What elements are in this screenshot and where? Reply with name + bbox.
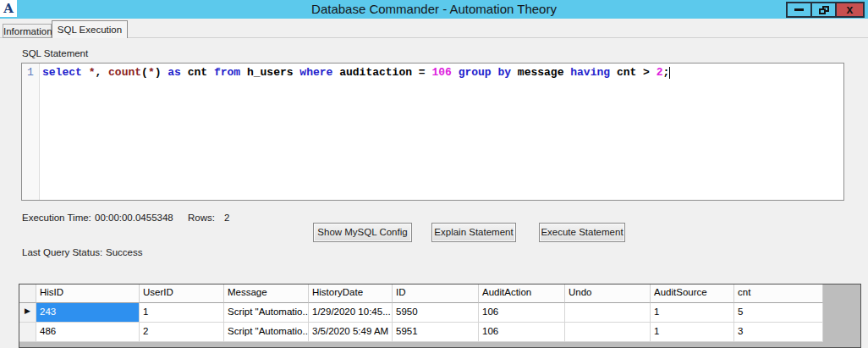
explain-statement-button[interactable]: Explain Statement <box>431 223 516 242</box>
sql-token <box>82 66 89 79</box>
execution-time-label: Execution Time: <box>22 213 91 223</box>
restore-icon <box>819 6 829 14</box>
grid-cell[interactable] <box>565 303 651 323</box>
sql-statement-label: SQL Statement <box>22 48 88 58</box>
sql-token: 2 <box>656 66 663 79</box>
window-controls: x <box>786 2 865 18</box>
minimize-button[interactable] <box>786 2 812 18</box>
grid-header-row: HisIDUserIDMessageHistoryDateIDAuditActi… <box>19 284 860 303</box>
sql-token: message <box>511 66 570 79</box>
grid-cell[interactable]: 3 <box>734 323 823 342</box>
app-logo-icon[interactable]: A <box>0 0 17 17</box>
rows-value: 2 <box>224 213 229 223</box>
sql-token: 106 <box>431 66 451 79</box>
tabstrip-divider <box>0 37 868 38</box>
grid-cell[interactable]: 1 <box>140 303 224 323</box>
close-button[interactable]: x <box>835 2 865 18</box>
grid-cell[interactable]: 3/5/2020 5:49 AM <box>309 323 393 342</box>
sql-token: cnt > <box>610 66 656 79</box>
grid-column-header[interactable]: HisID <box>36 284 140 303</box>
sql-token: ( <box>141 66 148 79</box>
sql-token: ; <box>663 66 670 79</box>
tab-sql-execution[interactable]: SQL Execution <box>52 20 128 38</box>
sql-token: where <box>299 66 332 79</box>
grid-column-header[interactable]: HistoryDate <box>309 284 393 303</box>
grid-cell[interactable]: 106 <box>479 323 565 342</box>
app-window: Database Commander - Automation Theory A… <box>0 0 868 348</box>
grid-column-header[interactable]: cnt <box>734 284 823 303</box>
sql-token: ) <box>155 66 168 79</box>
close-icon: x <box>847 3 854 15</box>
grid-cell[interactable]: Script "Automatio... <box>224 303 309 323</box>
table-row: 4862Script "Automatio...3/5/2020 5:49 AM… <box>19 323 860 342</box>
restore-button[interactable] <box>810 2 837 18</box>
grid-column-header[interactable]: Undo <box>565 284 651 303</box>
grid-corner-cell[interactable] <box>19 284 36 303</box>
rows-label: Rows: <box>188 213 215 223</box>
results-grid: HisIDUserIDMessageHistoryDateIDAuditActi… <box>19 284 861 348</box>
editor-line-number: 1 <box>22 64 40 200</box>
grid-cell[interactable]: 1/29/2020 10:45... <box>309 303 393 323</box>
grid-cell[interactable]: 1 <box>651 303 734 323</box>
grid-column-header[interactable]: AuditAction <box>479 284 565 303</box>
last-query-status-value: Success <box>106 247 142 257</box>
sql-code-line[interactable]: select *, count(*) as cnt from h_users w… <box>40 64 843 200</box>
grid-cell[interactable]: 5950 <box>393 303 479 323</box>
row-selector-cell[interactable] <box>19 323 36 342</box>
grid-cell[interactable]: 486 <box>36 323 140 342</box>
grid-cell[interactable]: 1 <box>651 323 734 342</box>
grid-cell[interactable]: 5951 <box>393 323 479 342</box>
grid-cell[interactable]: 243 <box>36 303 140 323</box>
minimize-icon <box>794 8 804 11</box>
sql-token: * <box>148 66 155 79</box>
app-logo-glyph: A <box>3 3 14 15</box>
window-title: Database Commander - Automation Theory <box>0 0 868 19</box>
last-query-status-label: Last Query Status: <box>22 247 102 257</box>
title-bar: Database Commander - Automation Theory A… <box>0 0 868 19</box>
sql-token: group by <box>459 66 511 79</box>
grid-column-header[interactable]: AuditSource <box>651 284 734 303</box>
tab-information[interactable]: Information <box>3 24 52 38</box>
sql-editor[interactable]: 1 select *, count(*) as cnt from h_users… <box>21 63 844 201</box>
sql-token: select <box>42 66 82 79</box>
sql-token: having <box>570 66 610 79</box>
grid-cell[interactable]: 5 <box>734 303 823 323</box>
grid-column-header[interactable]: Message <box>224 284 309 303</box>
row-selector-cell[interactable]: ▶ <box>19 303 36 323</box>
table-row: ▶2431Script "Automatio...1/29/2020 10:45… <box>19 303 860 323</box>
grid-cell[interactable]: 2 <box>140 323 224 342</box>
execute-statement-button[interactable]: Execute Statement <box>539 223 625 242</box>
text-caret <box>669 67 670 79</box>
execution-time-value: 00:00:00.0455348 <box>95 213 173 223</box>
grid-column-header[interactable]: UserID <box>140 284 224 303</box>
grid-cell[interactable]: 106 <box>479 303 565 323</box>
sql-token: auditaction = <box>332 66 431 79</box>
sql-token: as <box>168 66 181 79</box>
sql-token: cnt <box>181 66 214 79</box>
sql-token: from <box>214 66 240 79</box>
sql-token: , <box>95 66 108 79</box>
grid-cell[interactable] <box>565 323 651 342</box>
sql-token: h_users <box>240 66 299 79</box>
grid-cell[interactable]: Script "Automatio... <box>224 323 309 342</box>
sql-token <box>452 66 459 79</box>
grid-column-header[interactable]: ID <box>393 284 479 303</box>
sql-token: count <box>108 66 141 79</box>
show-mysql-config-button[interactable]: Show MySQL Config <box>313 223 412 242</box>
